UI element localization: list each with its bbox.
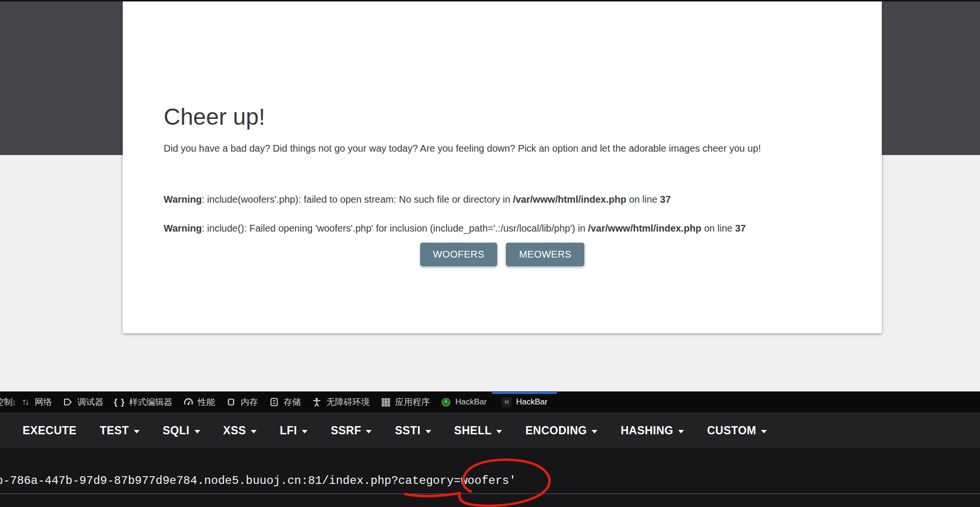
devtools-tabbar: 控制台 ↑↓ 网络 调试器 { } 样式编辑器 性能	[0, 391, 980, 413]
hackbar-h-icon: H	[502, 397, 512, 407]
menu-label: SQLI	[163, 424, 190, 437]
network-arrows-icon: ↑↓	[20, 397, 30, 407]
tab-label: 存储	[284, 396, 301, 408]
url-value: b-786a-447b-97d9-87b977d9e784.node5.buuo…	[0, 474, 516, 487]
tab-network[interactable]: ↑↓ 网络	[14, 391, 57, 413]
tab-debugger[interactable]: 调试器	[57, 391, 109, 413]
tab-label: HackBar	[516, 397, 547, 407]
content-card: Cheer up! Did you have a bad day? Did th…	[123, 1, 882, 333]
menu-label: CUSTOM	[707, 424, 756, 437]
caret-down-icon	[302, 430, 308, 433]
tab-label: 无障碍环境	[326, 396, 370, 408]
menu-ssrf[interactable]: SSRF	[331, 424, 372, 437]
devtools-panel: 控制台 ↑↓ 网络 调试器 { } 样式编辑器 性能	[0, 391, 980, 507]
menu-label: SHELL	[454, 424, 492, 437]
menu-encoding[interactable]: ENCODING	[525, 424, 597, 437]
warning-line-number: 37	[735, 223, 746, 234]
warning-text: : include(woofers'.php): failed to open …	[202, 194, 513, 205]
style-editor-icon: { }	[114, 397, 125, 407]
menu-label: TEST	[100, 424, 129, 437]
hackbar-url-input[interactable]: b-786a-447b-97d9-87b977d9e784.node5.buuo…	[0, 448, 980, 507]
warning-path: /var/www/html/index.php	[513, 194, 627, 205]
menu-execute[interactable]: EXECUTE	[23, 424, 77, 437]
menu-sqli[interactable]: SQLI	[163, 424, 200, 437]
menu-shell[interactable]: SHELL	[454, 424, 503, 437]
tab-performance[interactable]: 性能	[178, 391, 220, 413]
warning-text: : include(): Failed opening 'woofers'.ph…	[202, 223, 588, 234]
page-title: Cheer up!	[164, 104, 265, 130]
caret-down-icon	[678, 430, 684, 433]
tab-accessibility[interactable]: 无障碍环境	[306, 391, 375, 413]
tab-style-editor[interactable]: { } 样式编辑器	[109, 391, 178, 413]
caret-down-icon	[366, 430, 372, 433]
tab-console[interactable]: 控制台	[0, 391, 14, 413]
memory-icon	[226, 397, 236, 407]
tab-label: HackBar	[455, 397, 487, 407]
menu-custom[interactable]: CUSTOM	[707, 424, 767, 437]
caret-down-icon	[134, 430, 140, 433]
warning-line-number: 37	[660, 194, 671, 205]
menu-label: LFI	[280, 424, 297, 437]
menu-label: EXECUTE	[23, 424, 77, 437]
storage-icon	[269, 397, 279, 407]
tab-application[interactable]: 应用程序	[375, 391, 435, 413]
caret-down-icon	[761, 430, 767, 433]
caret-down-icon	[194, 430, 200, 433]
hackbar-menubar: EXECUTE TEST SQLI XSS LFI SSRF SSTI SHEL…	[0, 413, 980, 448]
tab-label: 性能	[198, 396, 215, 408]
tab-label: 调试器	[77, 396, 103, 408]
menu-xss[interactable]: XSS	[223, 424, 257, 437]
meowers-button[interactable]: MEOWERS	[506, 243, 584, 266]
caret-down-icon	[426, 430, 431, 433]
tab-label: 控制台	[0, 396, 14, 408]
warning-tail: on line	[701, 223, 735, 234]
menu-lfi[interactable]: LFI	[280, 424, 308, 437]
tab-memory[interactable]: 内存	[220, 391, 263, 413]
divider	[0, 494, 980, 494]
menu-label: XSS	[223, 424, 246, 437]
screen: Cheer up! Did you have a bad day? Did th…	[0, 0, 980, 507]
php-warning-2: Warning: include(): Failed opening 'woof…	[164, 223, 746, 234]
menu-label: SSRF	[331, 424, 361, 437]
accessibility-icon	[311, 397, 322, 407]
woofers-button[interactable]: WOOFERS	[420, 243, 498, 266]
debugger-icon	[63, 397, 73, 407]
menu-label: SSTI	[395, 424, 420, 437]
performance-icon	[183, 397, 193, 407]
menu-label: HASHING	[620, 424, 673, 437]
category-buttons: WOOFERS MEOWERS	[123, 243, 882, 266]
warning-tail: on line	[626, 194, 660, 205]
menu-test[interactable]: TEST	[100, 424, 140, 437]
warning-label: Warning	[164, 223, 202, 234]
hackbar-fox-icon	[440, 397, 451, 407]
menu-label: ENCODING	[525, 424, 587, 437]
intro-text: Did you have a bad day? Did things not g…	[164, 143, 761, 154]
menu-hashing[interactable]: HASHING	[620, 424, 684, 437]
tab-label: 样式编辑器	[129, 396, 172, 408]
application-icon	[380, 397, 391, 407]
tab-label: 内存	[241, 396, 258, 408]
php-warning-1: Warning: include(woofers'.php): failed t…	[164, 194, 671, 205]
tab-label: 网络	[35, 396, 52, 408]
caret-down-icon	[592, 430, 597, 433]
tab-hackbar-extension[interactable]: HackBar	[435, 391, 492, 413]
menu-ssti[interactable]: SSTI	[395, 424, 431, 437]
warning-label: Warning	[164, 194, 202, 205]
window-top-edge	[0, 0, 980, 1]
tab-storage[interactable]: 存储	[263, 391, 306, 413]
caret-down-icon	[251, 430, 257, 433]
tab-hackbar-active[interactable]: H HackBar	[492, 391, 557, 413]
warning-path: /var/www/html/index.php	[588, 223, 702, 234]
tab-label: 应用程序	[395, 396, 430, 408]
caret-down-icon	[496, 430, 502, 433]
